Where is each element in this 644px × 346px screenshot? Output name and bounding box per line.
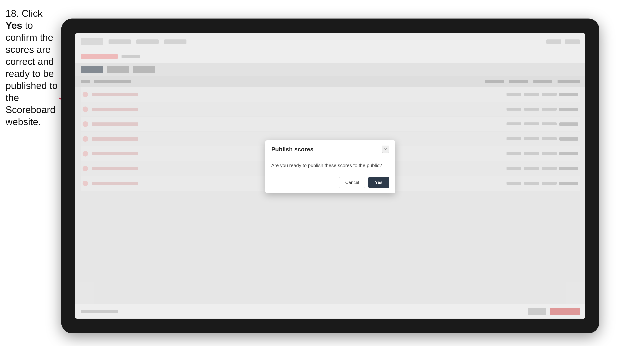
modal-message: Are you ready to publish these scores to… <box>271 162 389 169</box>
step-number: 18. <box>6 8 19 19</box>
tablet-screen: Publish scores × Are you ready to publis… <box>75 33 585 319</box>
modal-close-button[interactable]: × <box>382 146 389 153</box>
instruction-suffix: to confirm the scores are correct and re… <box>6 20 58 127</box>
modal-header: Publish scores × <box>265 140 395 157</box>
cancel-button[interactable]: Cancel <box>339 177 365 188</box>
yes-button[interactable]: Yes <box>368 177 389 188</box>
modal-title: Publish scores <box>271 146 314 153</box>
modal-overlay: Publish scores × Are you ready to publis… <box>75 33 585 319</box>
tablet-frame: Publish scores × Are you ready to publis… <box>61 18 599 334</box>
modal-body: Are you ready to publish these scores to… <box>265 157 395 174</box>
instruction-prefix: Click <box>19 8 42 19</box>
publish-scores-dialog: Publish scores × Are you ready to publis… <box>265 140 395 193</box>
instruction-text: 18. Click Yes to confirm the scores are … <box>6 7 59 128</box>
modal-footer: Cancel Yes <box>265 174 395 193</box>
yes-highlight: Yes <box>6 20 22 31</box>
